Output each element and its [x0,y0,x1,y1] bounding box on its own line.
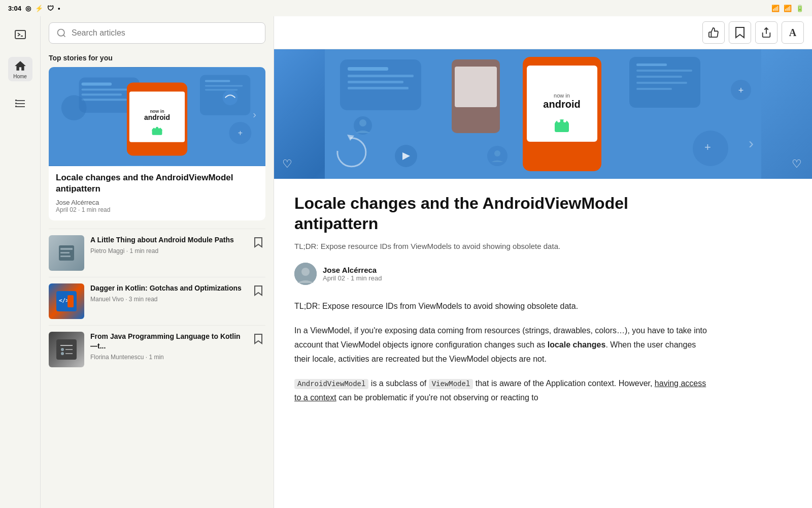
bookmark-icon-2 [254,285,263,296]
share-icon [761,27,772,38]
svg-rect-21 [152,129,162,135]
status-icon-1: ◎ [25,5,31,12]
list-item[interactable]: A Little Thing about Android Module Path… [49,229,265,277]
article-info-1: A Little Thing about Android Module Path… [90,235,245,255]
font-icon: A [789,27,796,39]
svg-rect-28 [205,89,238,90]
svg-point-31 [223,90,238,105]
article-thumb-2: </> [49,283,84,319]
svg-text:›: › [749,135,754,151]
status-bar-left: 3:04 ◎ ⚡ 🛡 • [8,5,60,12]
svg-rect-51 [348,81,403,83]
svg-point-42 [61,348,64,351]
author-name: Jose Alcérreca [323,266,382,274]
svg-point-8 [58,29,64,36]
font-button[interactable]: A [782,21,804,44]
author-info: Jose Alcérreca April 02 · 1 min read [323,266,382,282]
featured-article-body: Locale changes and the AndroidViewModel … [49,166,265,220]
search-bar-wrapper [41,16,274,50]
svg-point-64 [563,119,566,122]
featured-hero-illustration: now in android + [49,67,265,166]
article-toolbar: A [274,16,812,49]
bluetooth-icon: 📶 [771,5,780,12]
search-input[interactable] [72,28,258,38]
svg-rect-5 [15,100,17,101]
article-thumb-1 [49,235,84,271]
svg-rect-69 [636,82,687,84]
status-icon-4: • [58,5,60,12]
article-list-meta-2: Manuel Vivo · 3 min read [90,296,245,303]
svg-point-82 [301,268,310,276]
article-list-title-2: Dagger in Kotlin: Gotchas and Optimizati… [90,283,245,293]
svg-text:›: › [253,109,256,120]
svg-rect-68 [636,76,682,78]
featured-article-author: Jose Alcérreca [56,199,258,206]
article-info-3: From Java Programming Language to Kotlin… [90,332,245,361]
list-item[interactable]: From Java Programming Language to Kotlin… [49,325,265,373]
right-panel: A [274,16,812,508]
svg-text:now in: now in [554,92,570,99]
article-thumb-3 [49,332,84,367]
save-button[interactable] [729,21,751,44]
sidebar-nav: Home [0,16,41,508]
svg-point-23 [158,126,160,129]
sidebar-item-home[interactable]: Home [8,57,32,81]
sidebar-item-terminal[interactable] [8,22,32,47]
search-bar[interactable] [49,22,265,44]
sidebar-item-list[interactable] [8,91,32,116]
svg-rect-66 [636,64,667,66]
wifi-icon: 📶 [784,5,792,12]
author-avatar [294,263,317,285]
article-list-title-1: A Little Thing about Android Module Path… [90,235,245,245]
svg-rect-26 [205,80,230,82]
share-button[interactable] [755,21,777,44]
svg-text:android: android [543,99,580,110]
svg-rect-52 [348,87,409,89]
svg-rect-62 [555,123,569,132]
like-icon [708,27,719,38]
svg-rect-14 [82,93,122,96]
svg-rect-56 [455,67,497,107]
svg-text:+: + [704,141,711,153]
article-content: now in android + [274,49,812,508]
home-icon [14,59,27,73]
svg-rect-70 [636,88,672,90]
featured-article-image: now in android + [49,67,265,166]
featured-article-title: Locale changes and the AndroidViewModel … [56,172,258,195]
bookmark-btn-3[interactable] [251,332,265,346]
heart-right-icon[interactable]: ♡ [792,157,802,171]
article-body: Locale changes and the AndroidViewModel … [274,179,731,435]
svg-rect-67 [636,70,692,72]
featured-article-card[interactable]: now in android + [49,67,265,220]
svg-rect-15 [82,99,127,101]
article-paragraph-3: AndroidViewModel is a subclass of ViewMo… [294,376,710,405]
svg-rect-49 [348,67,388,71]
svg-rect-13 [82,88,132,90]
article-hero-illustration: now in android + [274,49,812,179]
svg-point-79 [494,150,500,156]
list-item[interactable]: </> Dagger in Kotlin: Gotchas and Optimi… [49,277,265,325]
bookmark-btn-1[interactable] [251,235,265,249]
article-main-title: Locale changes and the AndroidViewModel … [294,193,710,234]
svg-line-9 [63,35,65,37]
article-info-2: Dagger in Kotlin: Gotchas and Optimizati… [90,283,245,303]
heart-left-icon[interactable]: ♡ [282,157,292,171]
featured-article-meta: April 02 · 1 min read [56,206,258,213]
author-date: April 02 · 1 min read [323,274,382,282]
svg-point-22 [154,126,156,129]
svg-rect-34 [60,248,73,250]
article-paragraph-2: In a ViewModel, if you're exposing data … [294,324,710,366]
bookmark-toolbar-icon [735,26,745,39]
bookmark-btn-2[interactable] [251,283,265,298]
status-time: 3:04 [8,5,21,12]
svg-point-54 [359,119,366,126]
svg-rect-39 [67,295,74,307]
terminal-icon [14,28,26,41]
article-list-meta-3: Florina Muntenescu · 1 min [90,354,245,361]
article-subtitle: TL;DR: Expose resource IDs from ViewMode… [294,241,710,252]
svg-rect-36 [60,256,71,257]
like-button[interactable] [702,21,725,44]
status-bar-right: 📶 📶 🔋 [771,5,804,12]
bold-locale: locale changes [548,340,606,349]
article-list-title-3: From Java Programming Language to Kotlin… [90,332,245,351]
